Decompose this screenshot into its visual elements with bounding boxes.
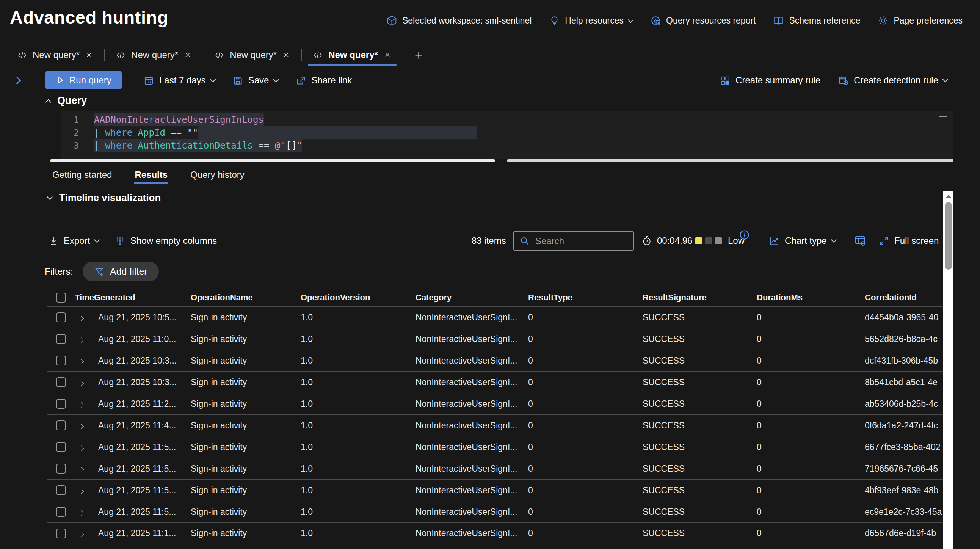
- run-query-button[interactable]: Run query: [46, 71, 122, 89]
- result-tab-results[interactable]: Results: [135, 164, 167, 186]
- column-header-category[interactable]: Category: [410, 293, 523, 302]
- row-expand-chevron-icon[interactable]: [69, 377, 93, 387]
- column-header-resultsignature[interactable]: ResultSignature: [637, 293, 751, 302]
- results-vertical-scrollbar[interactable]: [943, 191, 953, 549]
- column-header-timegenerated[interactable]: TimeGenerated: [69, 293, 185, 302]
- row-expand-chevron-icon[interactable]: [69, 334, 93, 344]
- close-icon[interactable]: [184, 51, 191, 59]
- row-checkbox[interactable]: [48, 442, 69, 452]
- selected-workspace-button[interactable]: Selected workspace: sml-sentinel: [386, 15, 531, 26]
- row-checkbox[interactable]: [48, 528, 69, 538]
- query-tab[interactable]: New query*: [302, 43, 402, 67]
- share-link-button[interactable]: Share link: [295, 75, 352, 86]
- chart-type-button[interactable]: Chart type: [769, 228, 836, 254]
- close-icon[interactable]: [85, 51, 93, 59]
- horizontal-scrollbar-thumb[interactable]: [51, 159, 495, 162]
- column-header-correlationid[interactable]: CorrelationId: [859, 293, 943, 302]
- cell-correlationid: ec9e1e2c-7c33-45a: [859, 507, 943, 517]
- cell-resultsignature: SUCCESS: [637, 420, 751, 431]
- create-summary-rule-button[interactable]: Create summary rule: [719, 75, 820, 86]
- column-header-operationname[interactable]: OperationName: [185, 293, 295, 302]
- table-row[interactable]: Aug 21, 2025 11:5... Sign-in activity 1.…: [48, 458, 943, 479]
- cell-category: NonInteractiveUserSignI...: [410, 377, 523, 387]
- timeline-visualization-toggle[interactable]: Timeline visualization: [48, 192, 161, 204]
- table-row[interactable]: Aug 21, 2025 11:2... Sign-in activity 1.…: [48, 393, 943, 414]
- query-section-toggle[interactable]: Query: [46, 95, 87, 107]
- full-screen-button[interactable]: Full screen: [879, 228, 939, 254]
- row-checkbox[interactable]: [48, 420, 69, 430]
- create-summary-rule-label: Create summary rule: [735, 75, 820, 86]
- cell-operationversion: 1.0: [295, 334, 410, 344]
- select-all-checkbox[interactable]: [48, 293, 69, 302]
- cell-durationms: 0: [751, 356, 859, 366]
- table-row[interactable]: Aug 21, 2025 10:3... Sign-in activity 1.…: [48, 371, 943, 393]
- scrollbar-up-arrow-icon[interactable]: [945, 194, 951, 198]
- create-detection-rule-button[interactable]: Create detection rule: [838, 75, 947, 86]
- table-row[interactable]: Aug 21, 2025 11:1... Sign-in activity 1.…: [48, 522, 943, 544]
- cell-timegenerated: Aug 21, 2025 11:4...: [93, 420, 185, 431]
- row-expand-chevron-icon[interactable]: [69, 312, 93, 323]
- info-icon[interactable]: [738, 229, 750, 241]
- cell-correlationid: 6677fce3-85ba-402: [859, 442, 943, 452]
- row-checkbox[interactable]: [48, 507, 69, 517]
- row-expand-chevron-icon[interactable]: [69, 399, 93, 409]
- column-settings-icon[interactable]: [854, 234, 866, 247]
- advanced-hunting-page: { "page": { "title": "Advanced hunting" …: [0, 0, 980, 549]
- row-checkbox[interactable]: [48, 485, 69, 495]
- cell-category: NonInteractiveUserSignI...: [410, 356, 523, 366]
- table-row[interactable]: Aug 21, 2025 11:5... Sign-in activity 1.…: [48, 479, 943, 501]
- table-row[interactable]: Aug 21, 2025 11:4... Sign-in activity 1.…: [48, 414, 943, 436]
- table-row[interactable]: Aug 21, 2025 10:3... Sign-in activity 1.…: [48, 350, 943, 371]
- row-expand-chevron-icon[interactable]: [69, 442, 93, 452]
- expand-panel-chevron-icon[interactable]: [12, 74, 24, 86]
- row-checkbox[interactable]: [48, 334, 69, 344]
- row-expand-chevron-icon[interactable]: [69, 464, 93, 474]
- column-header-durationms[interactable]: DurationMs: [751, 293, 859, 302]
- resource-usage-indicator: Low: [695, 228, 745, 254]
- table-row[interactable]: Aug 21, 2025 11:5... Sign-in activity 1.…: [48, 501, 943, 522]
- search-box[interactable]: [513, 231, 634, 251]
- cell-operationname: Sign-in activity: [185, 464, 295, 474]
- close-icon[interactable]: [383, 51, 391, 59]
- time-range-button[interactable]: Last 7 days: [143, 75, 215, 86]
- query-tab[interactable]: New query*: [105, 43, 203, 67]
- table-row[interactable]: Aug 21, 2025 11:0... Sign-in activity 1.…: [48, 328, 943, 350]
- query-tab[interactable]: New query*: [203, 43, 301, 67]
- row-expand-chevron-icon[interactable]: [69, 420, 93, 431]
- row-checkbox[interactable]: [48, 399, 69, 409]
- kql-code-editor[interactable]: 1AADNonInteractiveUserSignInLogs2| where…: [60, 111, 953, 159]
- row-checkbox[interactable]: [48, 377, 69, 387]
- row-checkbox[interactable]: [48, 464, 69, 474]
- column-header-operationversion[interactable]: OperationVersion: [295, 293, 410, 302]
- row-checkbox[interactable]: [48, 356, 69, 366]
- help-resources-button[interactable]: Help resources: [549, 15, 633, 26]
- page-preferences-button[interactable]: Page preferences: [878, 15, 963, 26]
- chart-type-label: Chart type: [785, 236, 827, 246]
- query-tab[interactable]: New query*: [6, 43, 104, 67]
- vertical-scrollbar-thumb[interactable]: [945, 202, 952, 270]
- schema-reference-button[interactable]: Schema reference: [773, 15, 860, 26]
- query-tab-label: New query*: [230, 50, 277, 60]
- show-empty-columns-button[interactable]: Show empty columns: [115, 228, 217, 254]
- create-detection-rule-label: Create detection rule: [854, 75, 938, 86]
- column-header-resulttype[interactable]: ResultType: [523, 293, 637, 302]
- row-checkbox[interactable]: [48, 312, 69, 322]
- horizontal-scrollbar-track[interactable]: [507, 159, 953, 162]
- result-tab-query-history[interactable]: Query history: [190, 164, 245, 186]
- row-expand-chevron-icon[interactable]: [69, 485, 93, 495]
- table-row[interactable]: Aug 21, 2025 10:5... Sign-in activity 1.…: [48, 306, 943, 328]
- search-input[interactable]: [535, 236, 628, 247]
- gear-icon: [878, 15, 889, 26]
- save-button[interactable]: Save: [232, 75, 278, 86]
- editor-horizontal-scrollbar[interactable]: [51, 159, 953, 162]
- export-button[interactable]: Export: [49, 228, 99, 254]
- table-row[interactable]: Aug 21, 2025 11:5... Sign-in activity 1.…: [48, 436, 943, 458]
- row-expand-chevron-icon[interactable]: [69, 528, 93, 538]
- query-resources-report-button[interactable]: Query resources report: [650, 15, 756, 26]
- close-icon[interactable]: [282, 51, 290, 59]
- new-tab-button[interactable]: [411, 48, 426, 62]
- result-tab-getting-started[interactable]: Getting started: [52, 164, 112, 186]
- add-filter-button[interactable]: Add filter: [83, 262, 159, 281]
- row-expand-chevron-icon[interactable]: [69, 356, 93, 366]
- row-expand-chevron-icon[interactable]: [69, 507, 93, 517]
